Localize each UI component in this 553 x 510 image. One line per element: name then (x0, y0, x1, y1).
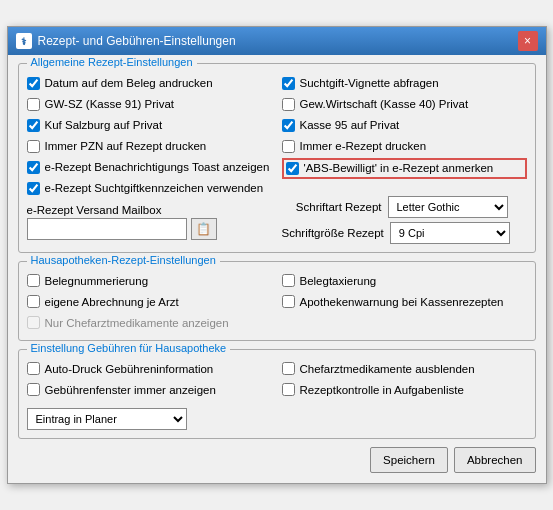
gcb2-label: Gebührenfenster immer anzeigen (45, 383, 216, 398)
list-item: Gebührenfenster immer anzeigen (27, 381, 272, 399)
title-bar-left: ⚕ Rezept- und Gebühren-Einstellungen (16, 33, 236, 49)
list-item: e-Rezept Benachrichtigungs Toast anzeige… (27, 158, 272, 176)
cb5-label: e-Rezept Benachrichtigungs Toast anzeige… (45, 160, 270, 175)
gebuehren-right-col: Chefarztmedikamente ausblenden Rezeptkon… (282, 360, 527, 430)
gcb4-label: Rezeptkontrolle in Aufgabenliste (300, 383, 464, 398)
mailbox-section: e-Rezept Versand Mailbox 📋 (27, 204, 272, 240)
list-item: Immer e-Rezept drucken (282, 137, 527, 155)
cb2-label: GW-SZ (Kasse 91) Privat (45, 97, 175, 112)
list-item: Nur Chefarztmedikamente anzeigen (27, 314, 272, 332)
list-item: Rezeptkontrolle in Aufgabenliste (282, 381, 527, 399)
schriftgroesse-select[interactable]: 9 Cpi 10 Cpi 12 Cpi (390, 222, 510, 244)
schriftart-label: Schriftart Rezept (282, 201, 382, 213)
cb4-label: Immer PZN auf Rezept drucken (45, 139, 207, 154)
hcb3-label: Nur Chefarztmedikamente anzeigen (45, 316, 229, 331)
allgemeine-left-col: Datum auf dem Beleg andrucken GW-SZ (Kas… (27, 74, 272, 244)
mailbox-input[interactable] (27, 218, 187, 240)
list-item: Kasse 95 auf Privat (282, 116, 527, 134)
cb4-checkbox[interactable] (27, 140, 40, 153)
cb7-checkbox[interactable] (282, 77, 295, 90)
list-item: Apothekenwarnung bei Kassenrezepten (282, 293, 527, 311)
footer-buttons: Speichern Abbrechen (18, 447, 536, 473)
title-bar: ⚕ Rezept- und Gebühren-Einstellungen × (8, 27, 546, 55)
hcb3-checkbox[interactable] (27, 316, 40, 329)
list-item: Datum auf dem Beleg andrucken (27, 74, 272, 92)
schriftgroesse-row: Schriftgröße Rezept 9 Cpi 10 Cpi 12 Cpi (282, 222, 527, 244)
list-item: Belegtaxierung (282, 272, 527, 290)
gebuehren-left-col: Auto-Druck Gebühreninformation Gebührenf… (27, 360, 272, 430)
cb11-label: 'ABS-Bewilligt' in e-Rezept anmerken (304, 161, 494, 176)
cb9-checkbox[interactable] (282, 119, 295, 132)
hausapotheke-left-col: Belegnummerierung eigene Abrechnung je A… (27, 272, 272, 332)
list-item: Chefarztmedikamente ausblenden (282, 360, 527, 378)
cb3-checkbox[interactable] (27, 119, 40, 132)
gcb4-checkbox[interactable] (282, 383, 295, 396)
gcb3-checkbox[interactable] (282, 362, 295, 375)
mailbox-label: e-Rezept Versand Mailbox (27, 204, 272, 216)
hcb2-label: eigene Abrechnung je Arzt (45, 295, 179, 310)
cb6-label: e-Rezept Suchtgiftkennzeichen verwenden (45, 181, 264, 196)
cb10-label: Immer e-Rezept drucken (300, 139, 427, 154)
gcb1-label: Auto-Druck Gebühreninformation (45, 362, 214, 377)
cb3-label: Kuf Salzburg auf Privat (45, 118, 163, 133)
planer-row: Eintrag in Planer (27, 408, 272, 430)
schrift-section: Schriftart Rezept Letter Gothic Arial Co… (282, 196, 527, 244)
cb9-label: Kasse 95 auf Privat (300, 118, 400, 133)
cb1-label: Datum auf dem Beleg andrucken (45, 76, 213, 91)
cancel-button[interactable]: Abbrechen (454, 447, 536, 473)
schriftart-row: Schriftart Rezept Letter Gothic Arial Co… (282, 196, 527, 218)
dialog-body: Allgemeine Rezept-Einstellungen Datum au… (8, 55, 546, 483)
hcb4-label: Belegtaxierung (300, 274, 377, 289)
hcb5-checkbox[interactable] (282, 295, 295, 308)
mailbox-input-row: 📋 (27, 218, 272, 240)
list-item: e-Rezept Suchtgiftkennzeichen verwenden (27, 179, 272, 197)
mailbox-browse-button[interactable]: 📋 (191, 218, 217, 240)
hausapotheke-content: Belegnummerierung eigene Abrechnung je A… (27, 272, 527, 332)
allgemeine-content: Datum auf dem Beleg andrucken GW-SZ (Kas… (27, 74, 527, 244)
close-button[interactable]: × (518, 31, 538, 51)
list-item: Belegnummerierung (27, 272, 272, 290)
cb11-checkbox[interactable] (286, 162, 299, 175)
hcb1-label: Belegnummerierung (45, 274, 149, 289)
planer-select[interactable]: Eintrag in Planer (27, 408, 187, 430)
cb8-label: Gew.Wirtschaft (Kasse 40) Privat (300, 97, 469, 112)
list-item: eigene Abrechnung je Arzt (27, 293, 272, 311)
gcb1-checkbox[interactable] (27, 362, 40, 375)
list-item: Gew.Wirtschaft (Kasse 40) Privat (282, 95, 527, 113)
schriftart-select[interactable]: Letter Gothic Arial Courier New (388, 196, 508, 218)
hausapotheke-group: Hausapotheken-Rezept-Einstellungen Beleg… (18, 261, 536, 341)
cb1-checkbox[interactable] (27, 77, 40, 90)
gebuehren-group: Einstellung Gebühren für Hausapotheke Au… (18, 349, 536, 439)
list-item: GW-SZ (Kasse 91) Privat (27, 95, 272, 113)
hausapotheke-group-title: Hausapotheken-Rezept-Einstellungen (27, 254, 220, 266)
schriftgroesse-label: Schriftgröße Rezept (282, 227, 384, 239)
highlighted-checkbox-row: 'ABS-Bewilligt' in e-Rezept anmerken (282, 158, 527, 179)
cb6-checkbox[interactable] (27, 182, 40, 195)
list-item: Immer PZN auf Rezept drucken (27, 137, 272, 155)
save-button[interactable]: Speichern (370, 447, 448, 473)
gcb3-label: Chefarztmedikamente ausblenden (300, 362, 475, 377)
allgemeine-group: Allgemeine Rezept-Einstellungen Datum au… (18, 63, 536, 253)
cb10-checkbox[interactable] (282, 140, 295, 153)
dialog-icon: ⚕ (16, 33, 32, 49)
list-item: Kuf Salzburg auf Privat (27, 116, 272, 134)
gcb2-checkbox[interactable] (27, 383, 40, 396)
allgemeine-group-title: Allgemeine Rezept-Einstellungen (27, 56, 197, 68)
allgemeine-right-col: Suchtgift-Vignette abfragen Gew.Wirtscha… (282, 74, 527, 244)
hcb1-checkbox[interactable] (27, 274, 40, 287)
hausapotheke-right-col: Belegtaxierung Apothekenwarnung bei Kass… (282, 272, 527, 332)
list-item: Auto-Druck Gebühreninformation (27, 360, 272, 378)
dialog-title: Rezept- und Gebühren-Einstellungen (38, 34, 236, 48)
dialog-window: ⚕ Rezept- und Gebühren-Einstellungen × A… (7, 26, 547, 484)
mailbox-browse-icon: 📋 (196, 222, 211, 236)
list-item: Suchtgift-Vignette abfragen (282, 74, 527, 92)
gebuehren-content: Auto-Druck Gebühreninformation Gebührenf… (27, 360, 527, 430)
cb2-checkbox[interactable] (27, 98, 40, 111)
hcb4-checkbox[interactable] (282, 274, 295, 287)
cb8-checkbox[interactable] (282, 98, 295, 111)
gebuehren-group-title: Einstellung Gebühren für Hausapotheke (27, 342, 231, 354)
hcb5-label: Apothekenwarnung bei Kassenrezepten (300, 295, 504, 310)
cb5-checkbox[interactable] (27, 161, 40, 174)
hcb2-checkbox[interactable] (27, 295, 40, 308)
cb7-label: Suchtgift-Vignette abfragen (300, 76, 439, 91)
